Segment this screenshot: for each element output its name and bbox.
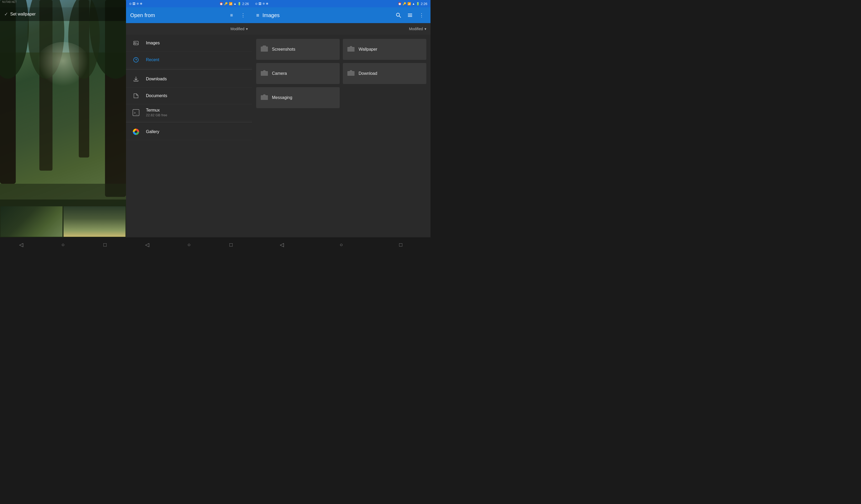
music-icon-3: ⊙ — [255, 2, 258, 5]
downloads-item-text: Downloads — [146, 77, 167, 81]
sort-arrow-icon-3: ▾ — [424, 27, 426, 31]
app-icon-3b: ✻ — [266, 2, 268, 5]
image-notif-icon-3: 🖼 — [259, 2, 261, 5]
folder-name-camera: Camera — [272, 71, 287, 76]
status-time-3: 2:26 — [421, 2, 427, 6]
hamburger-button[interactable]: ≡ — [256, 12, 259, 18]
downloads-label: Downloads — [146, 77, 167, 81]
music-icon: ⊙ — [129, 2, 132, 5]
termux-icon: >_ — [131, 108, 141, 117]
folder-icon-messaging — [260, 93, 268, 102]
folder-card-messaging[interactable]: Messaging — [256, 87, 340, 108]
thumb-path-bg — [64, 206, 125, 237]
sidebar-item-documents[interactable]: Documents — [126, 87, 252, 104]
svg-text:>_: >_ — [134, 111, 138, 115]
divider-2 — [126, 122, 252, 122]
app-icon-2: ✻ — [140, 2, 142, 5]
recent-icon — [131, 55, 141, 65]
sidebar-item-downloads[interactable]: Downloads — [126, 71, 252, 87]
folder-icon-download — [347, 69, 355, 78]
sort-arrow-icon: ▾ — [246, 27, 248, 31]
thumbnail-2[interactable] — [64, 206, 125, 237]
thumbnail-1[interactable] — [1, 206, 63, 237]
sidebar-item-images[interactable]: Images — [126, 35, 252, 52]
bottom-nav-wallpaper: ◁ ○ □ — [0, 237, 126, 252]
documents-label: Documents — [146, 93, 167, 98]
recent-item-text: Recent — [146, 57, 159, 62]
more-options-button-3[interactable]: ⋮ — [417, 11, 426, 20]
sort-selector[interactable]: Modified ▾ — [231, 27, 248, 31]
open-from-title: Open from — [130, 12, 224, 18]
sort-selector-3[interactable]: Modified ▾ — [409, 27, 426, 31]
key-icon-3: 🔑 — [403, 2, 406, 5]
svg-rect-12 — [134, 41, 138, 45]
svg-point-19 — [396, 13, 399, 16]
sidebar-item-termux[interactable]: >_ Termux 22.82 GB free — [126, 104, 252, 121]
view-list-button[interactable]: ≡ — [227, 11, 236, 20]
folder-card-screenshots[interactable]: Screenshots — [256, 39, 340, 60]
sidebar-item-recent[interactable]: Recent — [126, 52, 252, 68]
back-button[interactable]: ◁ — [16, 240, 26, 250]
folder-name-screenshots: Screenshots — [272, 47, 295, 52]
sidebar-item-gallery[interactable]: Gallery — [126, 123, 252, 140]
status-right-3: ⏰ 🔑 📶 ▲ 🔋 2:26 — [398, 2, 427, 6]
documents-item-text: Documents — [146, 93, 167, 98]
back-button-2[interactable]: ◁ — [142, 240, 152, 250]
signal-icon: ▲ — [234, 2, 236, 5]
set-wallpaper-button[interactable]: ✓ Set wallpaper — [4, 11, 36, 17]
status-bar-wallpaper — [0, 0, 126, 8]
bottom-nav-images: ◁ ○ □ — [252, 237, 430, 252]
battery-icon-3: 🔋 — [416, 2, 420, 5]
back-button-3[interactable]: ◁ — [276, 240, 287, 250]
folder-name-wallpaper: Wallpaper — [358, 47, 377, 52]
images-label: Images — [146, 41, 160, 45]
panel-openfrom: ⊙ 🖼 ❊ ✻ ⏰ 🔑 📶 ▲ 🔋 2:26 Open from ≡ ⋮ Mod… — [126, 0, 252, 252]
signal-icon-3: ▲ — [412, 2, 415, 5]
recent-button-3[interactable]: □ — [396, 240, 406, 250]
folder-card-download[interactable]: Download — [343, 63, 426, 84]
key-icon: 🔑 — [224, 2, 228, 5]
home-button-2[interactable]: ○ — [184, 240, 194, 250]
recent-button-2[interactable]: □ — [226, 240, 236, 250]
folder-icon-camera — [260, 69, 268, 78]
gallery-item-text: Gallery — [146, 130, 159, 134]
folder-icon-wallpaper — [347, 45, 355, 54]
wifi-icon: 📶 — [229, 2, 233, 5]
status-left-3: ⊙ 🖼 ❊ ✻ — [255, 2, 268, 5]
folders-grid: Screenshots Wallpaper Camera — [252, 35, 430, 237]
search-button[interactable] — [394, 11, 403, 20]
folder-name-download: Download — [358, 71, 377, 76]
svg-point-13 — [134, 42, 135, 43]
panel-images: ⊙ 🖼 ❊ ✻ ⏰ 🔑 📶 ▲ 🔋 2:26 ≡ Images — [252, 0, 430, 252]
folder-card-camera[interactable]: Camera — [256, 63, 340, 84]
status-right: ⏰ 🔑 📶 ▲ 🔋 2:26 — [219, 2, 249, 6]
watermark: NUTAB.NET — [2, 1, 17, 3]
status-left: ⊙ 🖼 ❊ ✻ — [129, 2, 142, 5]
folder-card-wallpaper[interactable]: Wallpaper — [343, 39, 426, 60]
recent-button[interactable]: □ — [100, 240, 110, 250]
app-icon-3a: ❊ — [262, 2, 265, 5]
status-bar-images: ⊙ 🖼 ❊ ✻ ⏰ 🔑 📶 ▲ 🔋 2:26 — [252, 0, 430, 8]
checkmark-icon: ✓ — [4, 11, 8, 17]
battery-icon: 🔋 — [237, 2, 241, 5]
gallery-icon — [131, 127, 141, 136]
downloads-icon — [131, 74, 141, 84]
more-options-button[interactable]: ⋮ — [238, 11, 248, 20]
image-notif-icon: 🖼 — [133, 2, 135, 5]
home-button-3[interactable]: ○ — [336, 240, 346, 250]
svg-rect-22 — [408, 15, 412, 15]
app-header-openfrom: Open from ≡ ⋮ — [126, 8, 252, 23]
sort-bar-images: Modified ▾ — [252, 23, 430, 35]
view-list-button-3[interactable] — [405, 11, 415, 20]
bottom-thumbnails — [0, 206, 126, 237]
divider-1 — [126, 69, 252, 70]
bottom-nav-openfrom: ◁ ○ □ — [126, 237, 252, 252]
images-title: Images — [262, 12, 391, 18]
home-button[interactable]: ○ — [58, 240, 68, 250]
gallery-label: Gallery — [146, 130, 159, 134]
thumb-forest-bg — [1, 206, 63, 237]
status-bar-openfrom: ⊙ 🖼 ❊ ✻ ⏰ 🔑 📶 ▲ 🔋 2:26 — [126, 0, 252, 8]
set-wallpaper-label: Set wallpaper — [10, 12, 36, 16]
wallpaper-header: ✓ Set wallpaper — [0, 8, 126, 21]
sidebar-list: Images Recent — [126, 35, 252, 252]
